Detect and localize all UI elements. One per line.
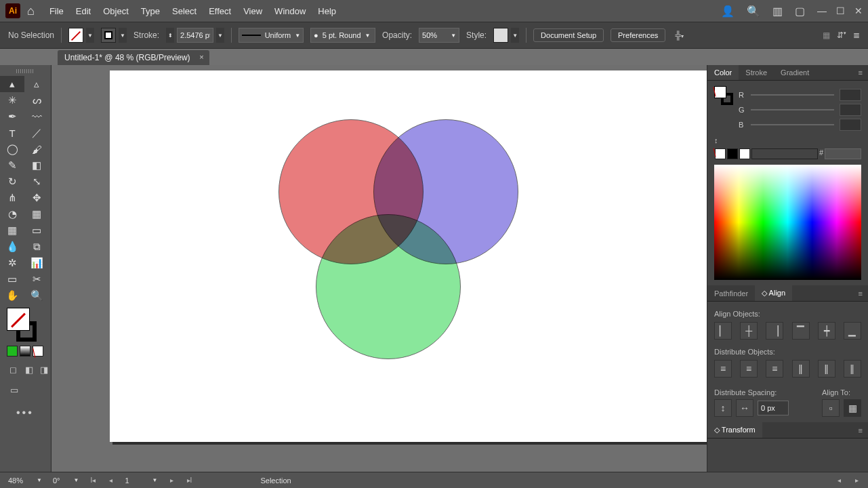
stroke-weight-stepper[interactable]: ⬍ [166,28,174,43]
menu-file[interactable]: File [49,6,64,16]
pen-tool[interactable]: ✒ [0,108,24,125]
artboard[interactable] [110,70,707,442]
dist-left-button[interactable]: ‖ [792,360,810,378]
tab-stroke[interactable]: Stroke [739,65,774,80]
tab-pathfinder[interactable]: Pathfinder [707,286,755,301]
align-panel-menu-icon[interactable]: ≡ [853,286,868,301]
white-swatch[interactable] [739,148,750,159]
color-panel-menu-icon[interactable]: ≡ [853,65,868,80]
draw-normal-icon[interactable]: ◻ [7,362,20,377]
fill-large-swatch[interactable] [7,308,30,331]
mesh-tool[interactable]: ▦ [0,222,24,239]
zoom-select[interactable]: 48%▼ [5,474,45,487]
draw-behind-icon[interactable]: ◧ [22,362,36,377]
lasso-tool[interactable]: ᔕ [24,92,49,108]
shaper-tool[interactable]: ✎ [0,157,24,174]
r-value[interactable] [840,89,861,101]
r-slider[interactable] [751,94,834,96]
dist-right-button[interactable]: ‖ [844,360,861,378]
screen-mode-icon[interactable]: ▭ [7,382,22,397]
curvature-tool[interactable]: 〰 [24,108,49,125]
align-right-button[interactable]: ▕ [766,322,783,340]
align-left-button[interactable]: ▏ [714,322,732,340]
panel-fill-swatch[interactable]: ∕ [714,86,726,98]
paintbrush-tool[interactable]: 🖌 [24,141,49,157]
toolbox-grip[interactable] [16,69,35,73]
dist-top-button[interactable]: ≡ [714,360,732,378]
color-spectrum[interactable] [714,165,861,280]
shape-builder-tool[interactable]: ◔ [0,206,24,222]
scroll-right-button[interactable]: ▸ [850,474,863,487]
document-setup-button[interactable]: Document Setup [533,28,604,42]
user-icon[interactable]: 👤 [721,5,735,18]
minimize-button[interactable]: — [817,5,827,16]
rotate-tool[interactable]: ↻ [0,174,24,190]
fill-stroke-widget[interactable] [7,308,41,342]
menu-select[interactable]: Select [172,6,197,16]
menu-type[interactable]: Type [141,6,160,16]
align-vcenter-button[interactable]: ┿ [818,322,835,340]
align-to-artboard-button[interactable]: ▦ [844,399,861,417]
none-swatch[interactable]: ∕ [715,148,726,159]
search-icon[interactable]: 🔍 [747,5,760,18]
last-color-icon[interactable]: ↕ [714,136,718,144]
transform-panel-menu-icon[interactable]: ≡ [853,423,868,438]
draw-inside-icon[interactable]: ◨ [37,362,51,377]
spacing-input[interactable] [758,401,789,415]
black-swatch[interactable] [727,148,738,159]
transform-panel-icon[interactable]: ⇵▾ [837,30,846,40]
stroke-weight-dd[interactable]: ▼ [216,28,224,43]
preferences-button[interactable]: Preferences [611,28,665,42]
selection-tool[interactable]: ▴ [0,76,24,92]
home-icon[interactable]: ⌂ [27,4,35,18]
none-mode-swatch[interactable]: ∕ [33,346,43,357]
menu-view[interactable]: View [243,6,262,16]
blend-tool[interactable]: ⧉ [24,239,49,255]
artboard-next-button[interactable]: ▸ [165,474,178,487]
hex-input[interactable] [825,148,861,159]
menu-effect[interactable]: Effect [209,6,231,16]
list-panel-icon[interactable]: ≣ [853,30,860,40]
gradient-tool[interactable]: ▭ [24,222,49,239]
b-slider[interactable] [751,124,834,125]
g-value[interactable] [840,104,861,116]
fill-dropdown[interactable]: ▼ [86,28,94,43]
dist-hcenter-button[interactable]: ‖ [818,360,835,378]
brush-select[interactable]: ●5 pt. Round ▼ [310,28,375,43]
scroll-left-button[interactable]: ◂ [833,474,845,487]
gradient-mode-swatch[interactable] [20,346,30,357]
tab-transform[interactable]: ◇ Transform [707,422,762,438]
menu-edit[interactable]: Edit [76,6,91,16]
green-circle[interactable] [316,214,461,359]
close-button[interactable]: ✕ [854,5,863,16]
magic-wand-tool[interactable]: ✳ [0,92,24,108]
tab-close-icon[interactable]: × [199,53,203,61]
align-top-button[interactable]: ▔ [792,322,810,340]
menu-help[interactable]: Help [318,6,336,16]
workspace-icon[interactable]: ▢ [795,5,805,18]
arrange-icon[interactable]: ▥ [772,5,783,18]
dist-spacing-h-button[interactable]: ↔ [736,399,753,417]
align-panel-icon[interactable]: ▦ [823,30,830,40]
align-bottom-button[interactable]: ▁ [844,322,861,340]
zoom-tool[interactable]: 🔍 [24,287,49,304]
artboard-prev-button[interactable]: ◂ [104,474,117,487]
dist-bottom-button[interactable]: ≡ [766,360,783,378]
dist-spacing-v-button[interactable]: ↕ [714,399,732,417]
b-value[interactable] [840,119,861,131]
stroke-swatch[interactable] [101,28,116,43]
graph-tool[interactable]: 📊 [24,255,49,271]
menu-window[interactable]: Window [274,6,306,16]
ellipse-tool[interactable]: ◯ [0,141,24,157]
fill-swatch[interactable] [68,28,83,43]
free-transform-tool[interactable]: ✥ [24,190,49,206]
eraser-tool[interactable]: ◧ [24,157,49,174]
line-tool[interactable]: ／ [24,125,49,141]
canvas-area[interactable] [51,65,707,472]
artboard-last-button[interactable]: ▸I [183,474,195,487]
perspective-icon[interactable]: ╬▾ [675,30,684,40]
menu-object[interactable]: Object [103,6,129,16]
perspective-tool[interactable]: ▦ [24,206,49,222]
toolbox-more-icon[interactable]: ••• [16,407,51,419]
type-tool[interactable]: T [0,125,24,141]
